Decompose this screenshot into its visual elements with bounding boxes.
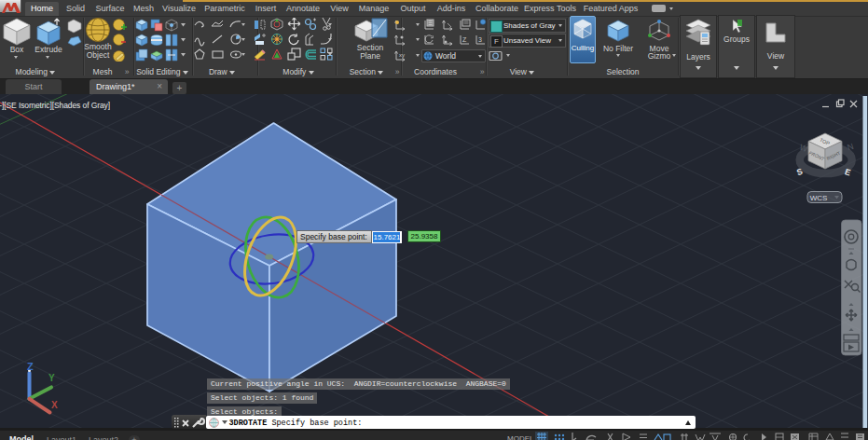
- svg-text:Z: Z: [462, 36, 467, 43]
- svg-text:Y: Y: [48, 373, 55, 383]
- svg-text:xy: xy: [399, 52, 405, 58]
- svg-text:X: X: [51, 400, 58, 410]
- svg-text:WCS: WCS: [810, 194, 828, 202]
- svg-text:3: 3: [478, 36, 482, 43]
- svg-text:Z: Z: [27, 361, 34, 372]
